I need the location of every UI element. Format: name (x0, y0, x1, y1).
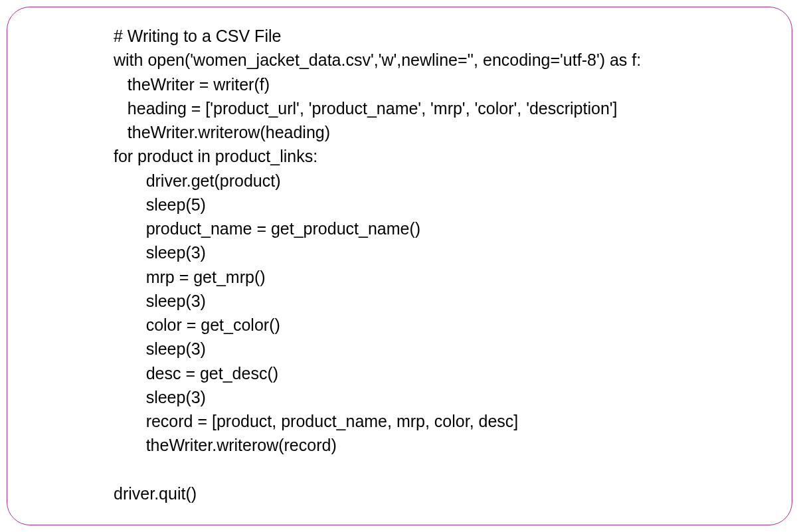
code-block: # Writing to a CSV File with open('women… (114, 24, 641, 505)
code-container: # Writing to a CSV File with open('women… (7, 7, 792, 525)
